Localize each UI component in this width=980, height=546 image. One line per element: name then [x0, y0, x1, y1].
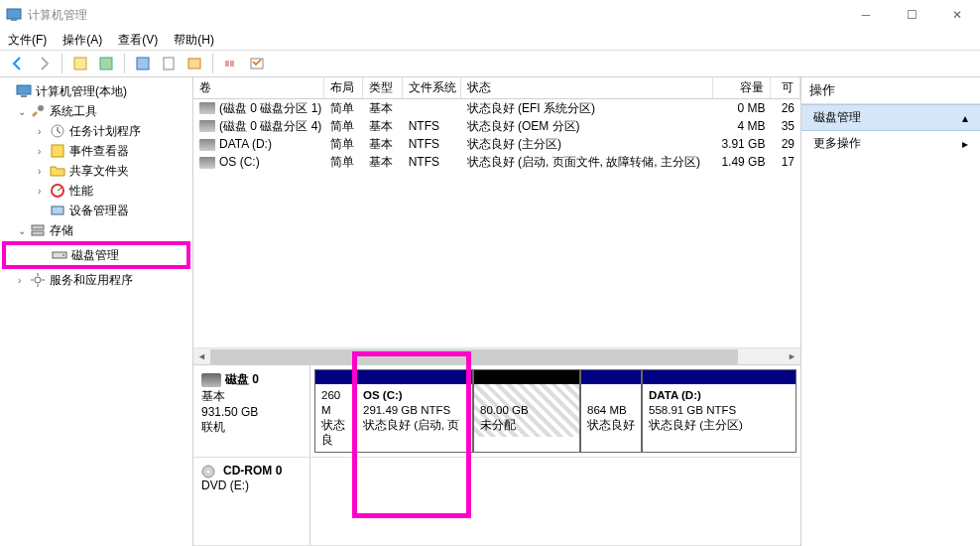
cdrom-row[interactable]: CD-ROM 0 DVD (E:)	[193, 458, 800, 546]
horizontal-scrollbar[interactable]: ◄ ►	[193, 347, 800, 364]
tree-event-viewer[interactable]: › 事件查看器	[0, 141, 192, 161]
toolbar-btn-6[interactable]	[219, 53, 243, 74]
scroll-left[interactable]: ◄	[193, 348, 210, 365]
toolbar-btn-5[interactable]	[183, 53, 206, 74]
scroll-right[interactable]: ►	[784, 348, 800, 365]
disk-layout-panel: 磁盘 0 基本 931.50 GB 联机 260 M状态良 OS (C:)291…	[193, 364, 800, 546]
up-arrow-icon: ▴	[962, 111, 968, 125]
toolbar-btn-7[interactable]	[245, 53, 269, 74]
tree-shared-folders[interactable]: › 共享文件夹	[0, 161, 192, 181]
col-free[interactable]: 可	[771, 77, 800, 98]
col-volume[interactable]: 卷	[193, 77, 324, 98]
volume-row[interactable]: (磁盘 0 磁盘分区 1)简单基本状态良好 (EFI 系统分区)0 MB26	[193, 99, 800, 117]
tree-label: 共享文件夹	[69, 163, 129, 180]
partition-3[interactable]: 864 MB状态良好	[580, 369, 642, 453]
disk-0-label: 磁盘 0 基本 931.50 GB 联机	[193, 365, 310, 457]
partition-0[interactable]: 260 M状态良	[314, 369, 356, 453]
toolbar-btn-2[interactable]	[94, 53, 118, 74]
close-button[interactable]: ✕	[934, 0, 980, 30]
toolbar-btn-4[interactable]	[157, 53, 181, 74]
title-bar: 计算机管理 ─ ☐ ✕	[0, 0, 980, 30]
partition-unallocated[interactable]: 80.00 GB未分配	[473, 369, 580, 453]
menu-action[interactable]: 操作(A)	[62, 32, 102, 49]
volume-row[interactable]: (磁盘 0 磁盘分区 4)简单基本NTFS状态良好 (OEM 分区)4 MB35	[193, 117, 800, 135]
tree-performance[interactable]: › 性能	[0, 181, 192, 201]
cdrom-drive: DVD (E:)	[201, 478, 249, 492]
tree-label: 设备管理器	[69, 203, 129, 219]
disk-0-partitions: 260 M状态良 OS (C:)291.49 GB NTFS状态良好 (启动, …	[310, 365, 800, 457]
disk-type: 基本	[201, 389, 225, 403]
menu-file[interactable]: 文件(F)	[8, 32, 47, 49]
maximize-button[interactable]: ☐	[889, 0, 934, 30]
menu-help[interactable]: 帮助(H)	[174, 32, 214, 49]
tree-label: 事件查看器	[69, 143, 129, 160]
svg-rect-18	[32, 231, 44, 235]
tree-label: 服务和应用程序	[50, 272, 133, 289]
cdrom-label: CD-ROM 0 DVD (E:)	[193, 458, 310, 545]
event-icon	[50, 143, 65, 159]
folder-icon	[50, 163, 65, 179]
svg-rect-2	[74, 58, 86, 69]
forward-button[interactable]	[32, 53, 56, 74]
col-fs[interactable]: 文件系统	[403, 77, 461, 98]
volume-list[interactable]: (磁盘 0 磁盘分区 1)简单基本状态良好 (EFI 系统分区)0 MB26(磁…	[193, 99, 800, 347]
right-arrow-icon: ▸	[962, 137, 968, 151]
part-title: DATA (D:)	[649, 389, 701, 401]
part-title: OS (C:)	[363, 389, 403, 401]
performance-icon	[50, 183, 65, 199]
svg-rect-10	[17, 85, 31, 94]
svg-rect-3	[100, 58, 112, 69]
toolbar	[0, 50, 980, 77]
partition-stripe	[581, 370, 641, 384]
disk-status: 联机	[201, 420, 225, 434]
svg-rect-14	[52, 145, 63, 157]
svg-rect-16	[52, 206, 63, 214]
tree-task-scheduler[interactable]: › 任务计划程序	[0, 121, 192, 141]
partition-data-d[interactable]: DATA (D:)558.91 GB NTFS状态良好 (主分区)	[642, 369, 796, 453]
part-size: 864 MB	[587, 404, 627, 416]
tree-label: 性能	[69, 183, 93, 200]
tree-system-tools[interactable]: ⌄ 系统工具	[0, 101, 192, 121]
tree-device-manager[interactable]: 设备管理器	[0, 201, 192, 220]
svg-rect-7	[225, 61, 229, 67]
actions-disk-management[interactable]: 磁盘管理 ▴	[801, 104, 980, 131]
tree-services[interactable]: › 服务和应用程序	[0, 270, 192, 290]
volume-row[interactable]: DATA (D:)简单基本NTFS状态良好 (主分区)3.91 GB29	[193, 135, 800, 153]
disk-icon	[201, 373, 221, 387]
cdrom-title: CD-ROM 0	[223, 464, 282, 478]
partition-os-c[interactable]: OS (C:)291.49 GB NTFS状态良好 (启动, 页	[356, 369, 473, 453]
svg-rect-6	[188, 59, 200, 68]
device-icon	[50, 203, 65, 218]
actions-more[interactable]: 更多操作 ▸	[801, 131, 980, 156]
volume-row[interactable]: OS (C:)简单基本NTFS状态良好 (启动, 页面文件, 故障转储, 主分区…	[193, 153, 800, 171]
tree-disk-management[interactable]: 磁盘管理	[6, 245, 186, 265]
highlight-disk-management: 磁盘管理	[2, 241, 190, 269]
tree-storage[interactable]: ⌄ 存储	[0, 220, 192, 240]
col-status[interactable]: 状态	[461, 77, 713, 98]
computer-icon	[16, 83, 32, 99]
disk-0-row[interactable]: 磁盘 0 基本 931.50 GB 联机 260 M状态良 OS (C:)291…	[193, 365, 800, 458]
clock-icon	[50, 123, 65, 139]
svg-point-12	[38, 105, 44, 111]
volume-list-header: 卷 布局 类型 文件系统 状态 容量 可	[193, 77, 800, 99]
part-status: 状态良好 (启动, 页	[363, 419, 459, 431]
minimize-button[interactable]: ─	[843, 0, 889, 30]
back-button[interactable]	[6, 53, 30, 74]
services-icon	[30, 272, 46, 288]
menu-view[interactable]: 查看(V)	[118, 32, 158, 49]
toolbar-btn-1[interactable]	[68, 53, 92, 74]
col-layout[interactable]: 布局	[324, 77, 363, 98]
toolbar-btn-3[interactable]	[131, 53, 155, 74]
cdrom-parts	[310, 458, 800, 545]
col-type[interactable]: 类型	[363, 77, 402, 98]
svg-point-20	[62, 254, 64, 256]
storage-icon	[30, 222, 46, 238]
part-size: 260 M	[321, 389, 340, 416]
scroll-track[interactable]	[210, 348, 784, 365]
disk-icon	[52, 247, 67, 263]
col-capacity[interactable]: 容量	[713, 77, 772, 98]
tree-label: 任务计划程序	[69, 123, 141, 140]
tree-root[interactable]: 计算机管理(本地)	[0, 81, 192, 101]
scroll-thumb[interactable]	[210, 349, 738, 364]
partition-stripe	[474, 370, 579, 384]
